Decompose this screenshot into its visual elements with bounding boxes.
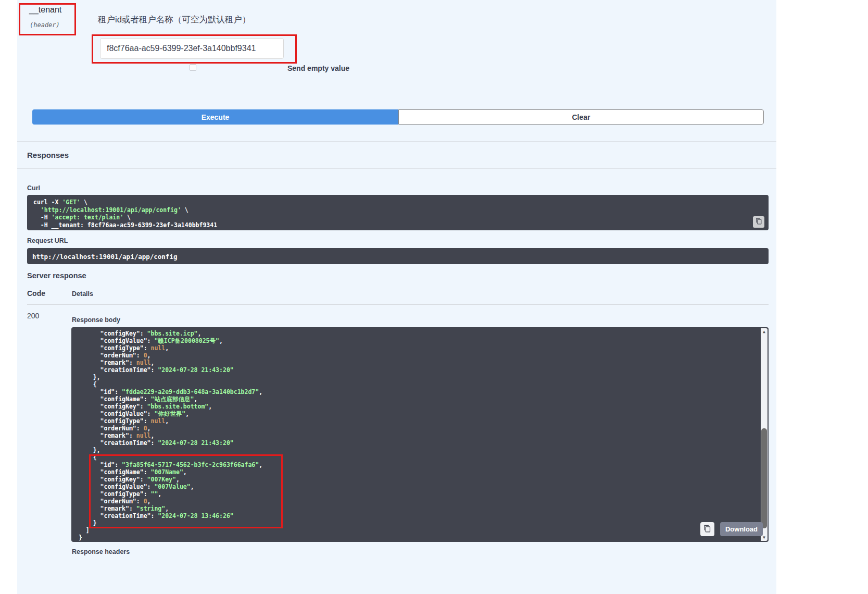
code-line: "remark": null, <box>79 432 753 439</box>
clear-button[interactable]: Clear <box>398 109 764 125</box>
code-line: { <box>79 381 753 388</box>
response-body-code: "configKey": "bbs.site.icp", "configValu… <box>71 327 769 542</box>
request-url-block: http://localhost:19001/api/app/config <box>27 248 769 264</box>
code-line: }, <box>79 447 753 454</box>
code-column-header: Code <box>27 289 45 298</box>
curl-copy-button[interactable] <box>753 216 764 228</box>
request-url-value: http://localhost:19001/api/app/config <box>32 253 177 261</box>
code-line: } <box>79 519 753 527</box>
code-line: "id": "fddae229-a2e9-ddb3-648a-3a140bc1b… <box>79 388 753 395</box>
curl-block: curl -X 'GET' \ 'http://localhost:19001/… <box>27 195 769 230</box>
code-line: curl -X 'GET' \ <box>33 199 762 206</box>
clipboard-icon <box>756 218 762 226</box>
code-line: "configType": null, <box>79 344 753 352</box>
responses-title: Responses <box>27 151 69 159</box>
api-operation-panel: __tenant (header) 租户id或者租户名称（可空为默认租户） Se… <box>17 0 776 594</box>
code-line: "configKey": "bbs.site.icp", <box>79 330 753 337</box>
execute-button[interactable]: Execute <box>32 109 398 125</box>
code-line: 'http://localhost:19001/api/app/config' … <box>33 206 762 214</box>
server-response-label: Server response <box>27 271 86 280</box>
code-line: "creationTime": "2024-07-28 21:43:20" <box>79 366 753 374</box>
code-line: "remark": "string", <box>79 505 753 512</box>
code-line: "configValue": "007Value", <box>79 483 753 490</box>
code-line: ] <box>79 527 753 534</box>
response-scrollbar[interactable]: ▲ ▼ <box>761 328 768 541</box>
details-column-header: Details <box>72 290 93 298</box>
code-line: "configName": "站点底部信息", <box>79 395 753 403</box>
scrollbar-thumb[interactable] <box>761 428 767 528</box>
code-line: "configName": "007Name", <box>79 468 753 476</box>
divider <box>17 168 776 169</box>
curl-label: Curl <box>27 184 40 192</box>
response-headers-label: Response headers <box>72 548 130 555</box>
code-line: "id": "3fa85f64-5717-4562-b3fc-2c963f66a… <box>79 461 753 468</box>
code-line: "orderNum": 0, <box>79 352 753 359</box>
code-line: { <box>79 454 753 461</box>
code-line: "orderNum": 0, <box>79 425 753 432</box>
curl-code: curl -X 'GET' \ 'http://localhost:19001/… <box>33 199 762 229</box>
request-url-label: Request URL <box>27 237 68 244</box>
code-line: "remark": null, <box>79 359 753 366</box>
code-line: "configKey": "bbs.site.bottom", <box>79 403 753 410</box>
status-code: 200 <box>27 312 39 320</box>
code-line: -H __tenant: f8cf76aa-ac59-6399-23ef-3a1… <box>33 221 762 229</box>
code-line: -H 'accept: text/plain' \ <box>33 214 762 221</box>
response-body-block: "configKey": "bbs.site.icp", "configValu… <box>71 327 769 542</box>
param-location: (header) <box>30 21 60 29</box>
code-line: "configValue": "赣ICP备20008025号", <box>79 337 753 344</box>
tenant-input[interactable] <box>100 38 284 59</box>
response-copy-button[interactable] <box>700 522 714 536</box>
param-name: __tenant <box>29 5 61 15</box>
code-line: "configKey": "007Key", <box>79 476 753 483</box>
download-button[interactable]: Download <box>720 522 763 536</box>
code-line: "configType": "", <box>79 490 753 498</box>
send-empty-checkbox[interactable] <box>190 64 196 71</box>
scroll-up-icon[interactable]: ▲ <box>761 328 768 335</box>
code-line: }, <box>79 374 753 381</box>
response-body-label: Response body <box>72 316 120 324</box>
table-divider <box>27 304 769 305</box>
divider <box>17 141 776 142</box>
send-empty-label: Send empty value <box>287 64 349 72</box>
clipboard-icon <box>703 525 711 534</box>
param-description: 租户id或者租户名称（可空为默认租户） <box>98 14 250 26</box>
code-line: "orderNum": 0, <box>79 498 753 505</box>
code-line: "creationTime": "2024-07-28 21:43:20" <box>79 439 753 447</box>
code-line: } <box>79 534 753 541</box>
code-line: "creationTime": "2024-07-28 13:46:26" <box>79 512 753 519</box>
code-line: "configType": null, <box>79 417 753 425</box>
code-line: "configValue": "你好世界", <box>79 410 753 417</box>
